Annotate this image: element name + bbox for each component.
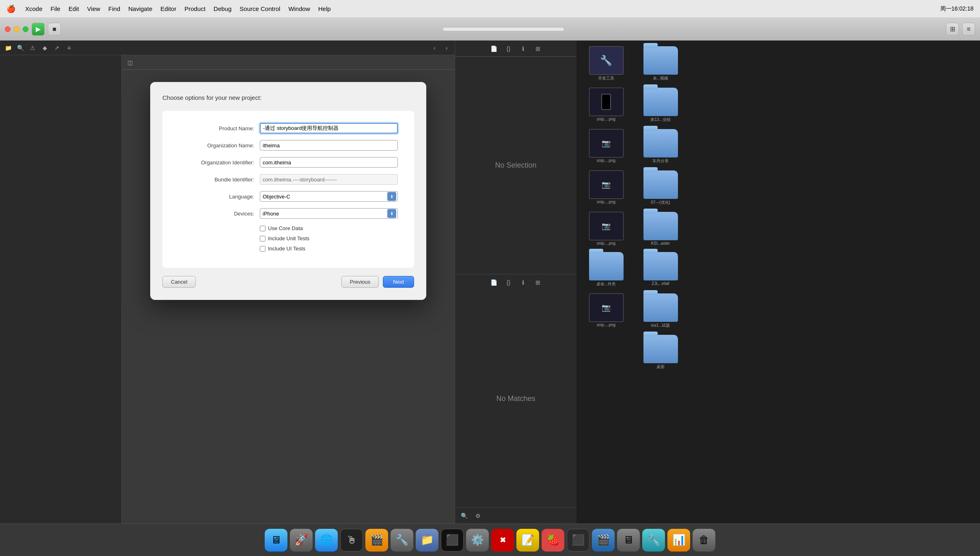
- include-ui-tests-checkbox[interactable]: [260, 246, 266, 252]
- play-button[interactable]: ▶: [32, 23, 45, 36]
- desktop-item-video[interactable]: 未...视频: [643, 46, 678, 81]
- inspector-bottom-braces-icon[interactable]: {}: [503, 277, 514, 288]
- desktop-row-5: 📷 snip....png KSI...aster: [581, 212, 686, 246]
- desktop-item-snip4[interactable]: 📷 snip....png: [589, 212, 624, 246]
- dock-system-prefs[interactable]: ⚙️: [466, 529, 489, 552]
- menu-xcode[interactable]: Xcode: [25, 5, 43, 12]
- menu-window[interactable]: Window: [288, 5, 310, 12]
- next-button[interactable]: Next: [383, 276, 414, 288]
- language-select-wrapper: Objective-C Swift ⬍: [260, 191, 398, 202]
- dock-files[interactable]: 📁: [416, 529, 438, 552]
- maximize-button[interactable]: [23, 26, 28, 32]
- desktop-item-snip1[interactable]: snip....png: [589, 88, 624, 123]
- dock-devtools[interactable]: 🔧: [642, 529, 665, 552]
- product-name-input[interactable]: [260, 123, 398, 134]
- menu-file[interactable]: File: [51, 5, 60, 12]
- inspector-bottom-info-icon[interactable]: ℹ: [518, 277, 529, 288]
- folder-nav-icon[interactable]: 📁: [3, 43, 13, 53]
- use-core-data-row: Use Core Data: [260, 225, 398, 231]
- dock-finder[interactable]: 🖥: [265, 529, 287, 552]
- dock-trash[interactable]: 🗑: [693, 529, 715, 552]
- search-bar: 🔍 ⚙: [455, 507, 576, 524]
- desktop-item-devtools[interactable]: 🔧 开发工具: [589, 46, 624, 81]
- desktop-item-zjl2[interactable]: ZJL...etail: [643, 252, 678, 287]
- dock-charts[interactable]: 📊: [667, 529, 690, 552]
- menu-editor[interactable]: Editor: [160, 5, 176, 12]
- menu-navigate[interactable]: Navigate: [128, 5, 152, 12]
- desktop-item-07[interactable]: 07---(优化): [643, 170, 678, 205]
- devices-select[interactable]: iPhone iPad Universal: [260, 208, 398, 219]
- inspector-braces-icon[interactable]: {}: [503, 43, 514, 54]
- menu-help[interactable]: Help: [318, 5, 331, 12]
- inspector-bottom-grid-icon[interactable]: ⊞: [532, 277, 544, 288]
- language-select[interactable]: Objective-C Swift: [260, 191, 398, 202]
- inspector-icons-top: 📄 {} ℹ ⊞: [455, 41, 576, 57]
- org-identifier-input[interactable]: [260, 157, 398, 168]
- navigator-toggle[interactable]: ⊞: [946, 23, 959, 36]
- warning-nav-icon[interactable]: ⚠: [28, 43, 37, 53]
- org-name-input[interactable]: [260, 140, 398, 151]
- dock-xmind[interactable]: ✖: [491, 529, 514, 552]
- dock-launchpad[interactable]: 🚀: [290, 529, 313, 552]
- dock-notes[interactable]: 📝: [516, 529, 539, 552]
- language-label: Language:: [179, 194, 260, 200]
- include-ui-tests-row: Include UI Tests: [260, 246, 398, 252]
- menubar-right: 周一16:02:18: [940, 5, 974, 13]
- menu-source-control[interactable]: Source Control: [240, 5, 280, 12]
- stop-button[interactable]: ■: [48, 23, 61, 36]
- breakpoint-nav-icon[interactable]: ↗: [52, 43, 62, 53]
- nav-forward-button[interactable]: ›: [442, 43, 451, 53]
- inspector-grid-icon[interactable]: ⊞: [532, 43, 544, 54]
- menu-find[interactable]: Find: [108, 5, 120, 12]
- devices-label: Devices:: [179, 211, 260, 217]
- minimize-button[interactable]: [14, 26, 19, 32]
- apple-menu[interactable]: 🍎: [6, 4, 15, 13]
- search-nav-icon[interactable]: 🔍: [15, 43, 25, 53]
- dock-terminal[interactable]: ⬛: [441, 529, 464, 552]
- search-icon[interactable]: 🔍: [458, 510, 470, 522]
- desktop-item-snip2[interactable]: 📷 snip....png: [589, 129, 624, 164]
- previous-button[interactable]: Previous: [341, 276, 379, 288]
- debug-nav-icon[interactable]: ◆: [40, 43, 50, 53]
- nav-back-button[interactable]: ‹: [430, 43, 439, 53]
- inspector-info-icon[interactable]: ℹ: [518, 43, 529, 54]
- desktop-item-desktop[interactable]: 桌面: [643, 335, 678, 370]
- dock-safari[interactable]: 🌐: [315, 529, 338, 552]
- dock-app[interactable]: ⬛: [567, 529, 589, 552]
- org-identifier-label: Organization Identifier:: [179, 159, 260, 166]
- inspector-bottom-file-icon[interactable]: 📄: [488, 277, 500, 288]
- menu-debug[interactable]: Debug: [214, 5, 231, 12]
- dock-screen[interactable]: 🖥: [617, 529, 640, 552]
- menu-product[interactable]: Product: [184, 5, 205, 12]
- dock-media[interactable]: 🎬: [592, 529, 615, 552]
- desktop-item-ios1[interactable]: ios1...试题: [643, 293, 678, 328]
- desktop-item-lesson13[interactable]: 第13...业组: [643, 88, 678, 123]
- dock-mouse[interactable]: 🖱: [340, 529, 363, 552]
- include-unit-tests-checkbox[interactable]: [260, 236, 266, 241]
- menu-edit[interactable]: Edit: [69, 5, 79, 12]
- desktop-row-2: snip....png 第13...业组: [581, 88, 686, 123]
- bundle-identifier-row: Bundle Identifier:: [179, 174, 398, 185]
- desktop-row-6: 桌命...件夹 ZJL...etail: [581, 252, 686, 287]
- desktop-item-snip5[interactable]: 📷 snip....png: [589, 293, 624, 328]
- report-nav-icon[interactable]: ≡: [64, 43, 74, 53]
- inspector-toggle[interactable]: ≡: [962, 23, 975, 36]
- inspector-file-icon[interactable]: 📄: [488, 43, 500, 54]
- dock: 🖥 🚀 🌐 🖱 🎬 🔧 📁 ⬛ ⚙️ ✖ 📝 🍓 ⬛ 🎬 🖥 🔧 📊 🗑: [0, 524, 980, 556]
- bundle-identifier-label: Bundle Identifier:: [179, 177, 260, 183]
- dock-tools[interactable]: 🔧: [391, 529, 413, 552]
- close-button[interactable]: [5, 26, 11, 32]
- filter-icon[interactable]: ⚙: [472, 510, 484, 522]
- menu-view[interactable]: View: [87, 5, 100, 12]
- desktop-item-zjl[interactable]: 桌命...件夹: [589, 252, 624, 287]
- use-core-data-checkbox[interactable]: [260, 226, 266, 231]
- desktop-item-chadan[interactable]: 车丹分享: [643, 129, 678, 164]
- bundle-identifier-input: [260, 174, 398, 185]
- dock-video[interactable]: 🎬: [365, 529, 388, 552]
- desktop-row-7: 📷 snip....png ios1...试题: [581, 293, 686, 328]
- breadcrumb-nav-icon[interactable]: ◫: [125, 58, 135, 67]
- dock-strawberry[interactable]: 🍓: [542, 529, 564, 552]
- desktop-item-ksi[interactable]: KSI...aster: [643, 212, 678, 246]
- desktop-item-snip3[interactable]: 📷 snip....png: [589, 170, 624, 205]
- cancel-button[interactable]: Cancel: [162, 276, 196, 288]
